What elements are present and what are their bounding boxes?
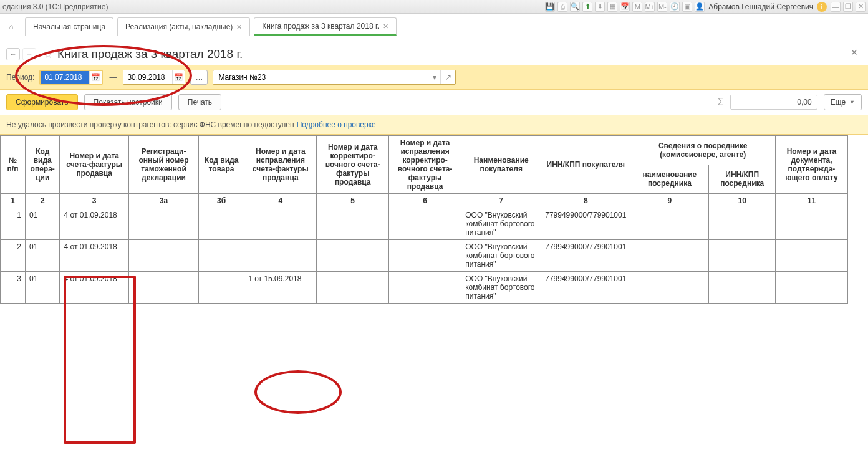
cell-c11 <box>775 272 847 304</box>
nav-back-button[interactable]: ← <box>6 48 20 60</box>
col-h-2: Код вида опера-ции <box>25 136 60 194</box>
table-row[interactable]: 1014 от 01.09.2018ООО "Внуковский комбин… <box>1 208 848 240</box>
zoom-dn-icon[interactable]: М- <box>657 2 667 12</box>
tabs-row: ⌂ Начальная страница Реализация (акты, н… <box>0 17 868 36</box>
sum-icon: Σ <box>718 97 724 108</box>
table-scroll[interactable]: № п/п Код вида опера-ции Номер и дата сч… <box>0 135 868 453</box>
download-icon[interactable]: ⬇ <box>595 2 605 12</box>
cell-buyer: ООО "Внуковский комбинат бортового питан… <box>461 208 541 240</box>
cell-op: 01 <box>25 208 60 240</box>
cell-c6 <box>388 240 461 272</box>
favorite-icon[interactable]: ☆ <box>44 49 52 60</box>
preview-icon[interactable]: 🔍 <box>570 2 580 12</box>
minimize-icon[interactable]: — <box>831 2 841 12</box>
date-from-input[interactable] <box>41 71 89 84</box>
col-h-3a: Регистраци-онный номер таможенной деклар… <box>128 136 198 194</box>
col-h-6: Номер и дата исправления корректиро-вочн… <box>388 136 461 194</box>
form-button[interactable]: Сформировать <box>6 94 78 110</box>
date-from-field[interactable]: 📅 <box>39 70 103 85</box>
tab-realization-label: Реализация (акты, накладные) <box>125 22 233 31</box>
save-icon[interactable]: 💾 <box>545 2 555 12</box>
cell-n: 1 <box>1 208 26 240</box>
tab-close-icon[interactable]: ✕ <box>383 22 388 31</box>
print-icon[interactable]: ⎙ <box>557 2 567 12</box>
cell-sf: 4 от 01.09.2018 <box>60 208 128 240</box>
table-row[interactable]: 2014 от 01.09.2018ООО "Внуковский комбин… <box>1 240 848 272</box>
more-button[interactable]: Еще▼ <box>824 94 862 110</box>
zoom-out-icon[interactable]: М <box>632 2 642 12</box>
calendar-icon[interactable]: 📅 <box>620 2 630 12</box>
organization-select[interactable]: ▾ ↗ <box>213 70 456 85</box>
show-settings-button[interactable]: Показать настройки <box>84 94 172 110</box>
cell-sf: 4 от 01.09.2018 <box>60 240 128 272</box>
cell-c6 <box>388 272 461 304</box>
col-h-agent: Сведения о посреднике (комиссионере, аге… <box>630 136 776 165</box>
calendar-icon[interactable]: 📅 <box>172 70 185 84</box>
cell-c3a <box>128 240 198 272</box>
cell-c11 <box>775 208 847 240</box>
date-to-field[interactable]: 📅 <box>123 70 185 85</box>
dropdown-icon[interactable]: ▾ <box>428 70 440 84</box>
home-icon[interactable]: ⌂ <box>4 17 19 36</box>
tab-close-icon[interactable]: ✕ <box>236 23 242 31</box>
cell-c6 <box>388 208 461 240</box>
warning-bar: Не удалось произвести проверку контраген… <box>0 115 868 135</box>
titlebar: едакция 3.0 (1С:Предприятие) 💾 ⎙ 🔍 ⬆ ⬇ ▦… <box>0 0 868 14</box>
col-h-8: ИНН/КПП покупателя <box>541 136 630 194</box>
table-row[interactable]: 3014 от 01.09.20181 от 15.09.2018ООО "Вн… <box>1 272 848 304</box>
upload-icon[interactable]: ⬆ <box>582 2 592 12</box>
cell-c4 <box>244 240 317 272</box>
cell-c9 <box>630 272 709 304</box>
date-to-input[interactable] <box>123 70 172 84</box>
col-h-1: № п/п <box>1 136 26 194</box>
cell-c5 <box>317 208 389 240</box>
cell-inn: 7799499000/779901001 <box>541 272 630 304</box>
action-bar: Сформировать Показать настройки Печать Σ… <box>0 90 868 115</box>
cell-op: 01 <box>25 272 60 304</box>
cell-c3a <box>128 272 198 304</box>
user-name: Абрамов Геннадий Сергеевич <box>708 2 813 11</box>
cell-sf: 4 от 01.09.2018 <box>60 272 128 304</box>
tab-home[interactable]: Начальная страница <box>25 17 113 36</box>
warning-link[interactable]: Подробнее о проверке <box>297 120 376 129</box>
tab-sales-book[interactable]: Книга продаж за 3 квартал 2018 г. ✕ <box>254 17 397 36</box>
grid-icon[interactable]: ▦ <box>607 2 617 12</box>
col-h-11: Номер и дата документа, подтвержда-ющего… <box>775 136 847 194</box>
cell-buyer: ООО "Внуковский комбинат бортового питан… <box>461 240 541 272</box>
period-choose-button[interactable]: … <box>190 70 208 85</box>
period-label: Период: <box>6 73 34 82</box>
tab-realization[interactable]: Реализация (акты, накладные) ✕ <box>117 17 250 36</box>
col-h-9: наименование посредника <box>630 165 709 194</box>
col-h-3: Номер и дата счета-фактуры продавца <box>60 136 128 194</box>
app-title: едакция 3.0 (1С:Предприятие) <box>2 2 108 11</box>
cell-n: 3 <box>1 272 26 304</box>
cell-c11 <box>775 240 847 272</box>
help-icon[interactable]: i <box>817 2 827 12</box>
open-org-icon[interactable]: ↗ <box>440 70 455 84</box>
cell-c3a <box>128 208 198 240</box>
col-h-10: ИНН/КПП посредника <box>709 165 776 194</box>
nav-forward-button: → <box>22 48 36 60</box>
cell-c3b <box>199 240 244 272</box>
page-close-icon[interactable]: ✕ <box>849 47 859 57</box>
cell-inn: 7799499000/779901001 <box>541 208 630 240</box>
zoom-up-icon[interactable]: М+ <box>645 2 655 12</box>
chevron-down-icon: ▼ <box>849 99 855 105</box>
restore-icon[interactable]: ❐ <box>843 2 853 12</box>
cell-c10 <box>709 208 776 240</box>
cell-c10 <box>709 240 776 272</box>
cell-c5 <box>317 240 389 272</box>
calendar-icon[interactable]: 📅 <box>89 71 102 84</box>
cell-c5 <box>317 272 389 304</box>
print-button[interactable]: Печать <box>178 94 221 110</box>
organization-input[interactable] <box>213 73 428 82</box>
tab-sales-book-label: Книга продаж за 3 квартал 2018 г. <box>262 22 379 31</box>
cell-c9 <box>630 208 709 240</box>
sales-book-table: № п/п Код вида опера-ции Номер и дата сч… <box>0 135 848 304</box>
close-icon[interactable]: ✕ <box>856 2 866 12</box>
period-bar: Период: 📅 — 📅 … ▾ ↗ <box>0 65 868 90</box>
window-icon[interactable]: ▣ <box>682 2 692 12</box>
tab-home-label: Начальная страница <box>33 22 105 31</box>
time-icon[interactable]: 🕘 <box>670 2 680 12</box>
warning-text: Не удалось произвести проверку контраген… <box>6 120 294 129</box>
